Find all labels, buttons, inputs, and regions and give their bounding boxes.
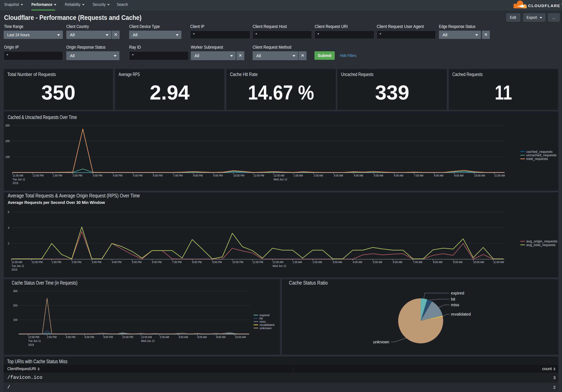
svg-text:6:00 PM: 6:00 PM <box>84 335 94 339</box>
svg-text:100: 100 <box>5 155 10 159</box>
svg-text:11:00 AM: 11:00 AM <box>493 260 504 264</box>
svg-text:2019: 2019 <box>12 181 18 185</box>
svg-text:300: 300 <box>13 289 17 293</box>
svg-text:11:00 PM: 11:00 PM <box>253 174 264 177</box>
svg-text:11:00 AM: 11:00 AM <box>494 174 505 177</box>
svg-text:4:00 PM: 4:00 PM <box>113 174 122 177</box>
svg-text:100: 100 <box>13 318 17 322</box>
svg-text:6:00 AM: 6:00 AM <box>394 174 403 177</box>
svg-text:6:00 AM: 6:00 AM <box>198 335 207 339</box>
svg-text:10:00 PM: 10:00 PM <box>122 335 133 339</box>
svg-text:8:00 AM: 8:00 AM <box>216 335 225 339</box>
svg-text:8:00 AM: 8:00 AM <box>434 174 443 177</box>
svg-text:2:00 AM: 2:00 AM <box>313 260 322 264</box>
svg-text:12:00 PM: 12:00 PM <box>32 260 43 264</box>
svg-text:10:00 AM: 10:00 AM <box>474 174 485 177</box>
svg-text:cached_requests: cached_requests <box>526 150 552 154</box>
svg-text:4:00 AM: 4:00 AM <box>354 174 363 177</box>
svg-text:Wed Jun 12: Wed Jun 12 <box>141 339 155 343</box>
svg-text:4:00 PM: 4:00 PM <box>112 260 121 264</box>
svg-text:10:00 PM: 10:00 PM <box>232 260 243 264</box>
svg-text:unknown: unknown <box>259 326 272 330</box>
svg-text:8:00 PM: 8:00 PM <box>103 335 113 339</box>
svg-text:12:00 PM: 12:00 PM <box>28 335 39 339</box>
svg-text:11:00 AM: 11:00 AM <box>12 260 22 264</box>
svg-text:12:00 PM: 12:00 PM <box>33 174 44 177</box>
svg-text:7:00 AM: 7:00 AM <box>413 260 422 264</box>
svg-text:9:00 PM: 9:00 PM <box>213 174 223 177</box>
svg-text:Tue Jun 11: Tue Jun 11 <box>28 339 41 343</box>
svg-text:7:00 PM: 7:00 PM <box>172 260 182 264</box>
svg-text:1:00 AM: 1:00 AM <box>293 174 303 177</box>
svg-text:revalidated: revalidated <box>259 323 274 326</box>
svg-text:1:00 PM: 1:00 PM <box>53 174 62 177</box>
svg-text:6:00 PM: 6:00 PM <box>152 260 162 264</box>
svg-text:3:00 AM: 3:00 AM <box>334 174 343 177</box>
svg-text:4: 4 <box>8 226 9 230</box>
svg-text:2:00 PM: 2:00 PM <box>73 174 82 177</box>
svg-text:hit: hit <box>259 317 263 320</box>
svg-text:300: 300 <box>5 124 10 127</box>
svg-text:5:00 AM: 5:00 AM <box>374 174 383 177</box>
svg-text:Wed Jun 12: Wed Jun 12 <box>273 178 287 181</box>
svg-text:miss: miss <box>259 320 266 323</box>
svg-text:6:00 PM: 6:00 PM <box>153 174 163 177</box>
svg-text:3:00 PM: 3:00 PM <box>93 174 102 177</box>
svg-text:8:00 AM: 8:00 AM <box>433 260 442 264</box>
svg-text:9:00 AM: 9:00 AM <box>453 260 462 264</box>
svg-text:avg_total_requests: avg_total_requests <box>526 243 555 247</box>
svg-text:5:00 AM: 5:00 AM <box>373 260 382 264</box>
svg-text:6:00 AM: 6:00 AM <box>393 260 402 264</box>
svg-text:2:00 PM: 2:00 PM <box>72 260 81 264</box>
svg-text:7:00 PM: 7:00 PM <box>173 174 183 177</box>
svg-text:3:00 PM: 3:00 PM <box>92 260 101 264</box>
svg-text:unknown: unknown <box>373 340 389 344</box>
svg-text:12:00 AM: 12:00 AM <box>141 335 152 339</box>
svg-text:1:00 PM: 1:00 PM <box>52 260 61 264</box>
svg-text:12:00 AM: 12:00 AM <box>272 260 283 264</box>
svg-text:2:00 PM: 2:00 PM <box>47 335 57 339</box>
svg-text:avg_origin_requests: avg_origin_requests <box>526 239 557 243</box>
svg-text:4:00 AM: 4:00 AM <box>353 260 362 264</box>
svg-text:10:00 AM: 10:00 AM <box>473 260 484 264</box>
svg-text:2:00 AM: 2:00 AM <box>160 335 169 339</box>
svg-text:9:00 PM: 9:00 PM <box>212 260 222 264</box>
svg-text:miss: miss <box>451 303 459 307</box>
svg-text:4:00 PM: 4:00 PM <box>66 335 75 339</box>
svg-text:9:00 AM: 9:00 AM <box>454 174 463 177</box>
svg-text:7:00 AM: 7:00 AM <box>414 174 423 177</box>
svg-text:5:00 PM: 5:00 PM <box>132 260 141 264</box>
svg-text:4:00 AM: 4:00 AM <box>179 335 188 339</box>
svg-text:10:00 PM: 10:00 PM <box>233 174 244 177</box>
svg-text:Wed Jun 12: Wed Jun 12 <box>272 264 286 267</box>
svg-text:11:00 AM: 11:00 AM <box>12 174 23 177</box>
svg-text:revalidated: revalidated <box>451 312 471 316</box>
svg-text:Tue Jun 11: Tue Jun 11 <box>12 264 24 267</box>
svg-text:2019: 2019 <box>12 268 17 271</box>
svg-text:hit: hit <box>451 297 455 301</box>
svg-text:200: 200 <box>13 304 17 307</box>
svg-text:8:00 PM: 8:00 PM <box>192 260 202 264</box>
svg-text:expired: expired <box>451 291 464 295</box>
svg-text:CLOUDFLARE: CLOUDFLARE <box>528 4 560 8</box>
svg-text:Tue Jun 11: Tue Jun 11 <box>12 178 25 181</box>
svg-text:2:00 AM: 2:00 AM <box>314 174 323 177</box>
svg-text:1:00 AM: 1:00 AM <box>293 260 302 264</box>
svg-text:2: 2 <box>8 242 9 245</box>
svg-text:5:00 PM: 5:00 PM <box>133 174 142 177</box>
svg-text:2019: 2019 <box>28 343 34 346</box>
svg-text:6: 6 <box>8 210 9 214</box>
svg-text:total_requests: total_requests <box>526 157 548 161</box>
svg-text:uncached_requests: uncached_requests <box>526 153 556 157</box>
svg-text:8:00 PM: 8:00 PM <box>193 174 203 177</box>
svg-text:200: 200 <box>5 139 10 143</box>
svg-text:12:00 AM: 12:00 AM <box>273 174 284 177</box>
svg-text:10:00 AM: 10:00 AM <box>235 335 246 339</box>
svg-text:11:00 PM: 11:00 PM <box>252 260 263 264</box>
svg-text:3:00 AM: 3:00 AM <box>333 260 342 264</box>
svg-text:expired: expired <box>259 313 269 317</box>
